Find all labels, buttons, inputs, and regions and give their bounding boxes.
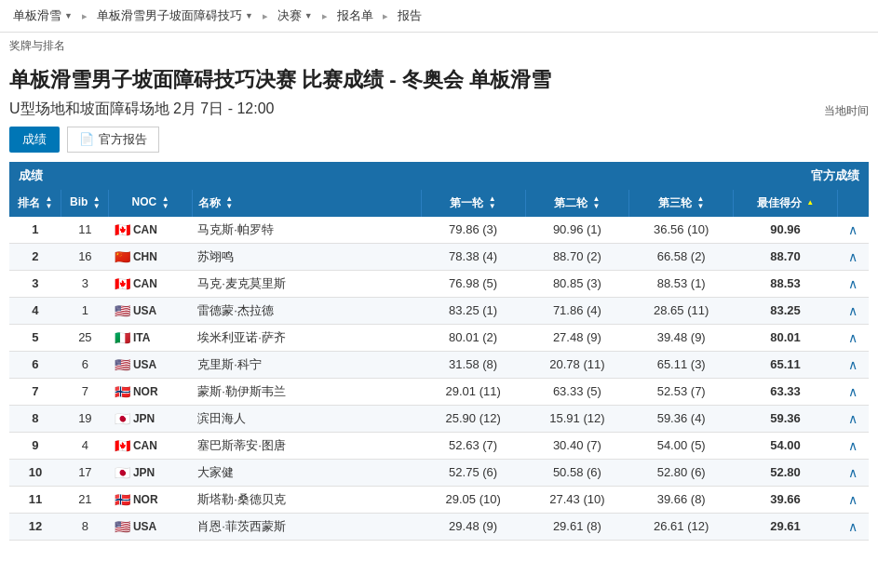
results-bar-label: 成绩	[19, 167, 43, 184]
cell-expand[interactable]: ∧	[837, 378, 869, 405]
cell-rank: 9	[9, 432, 61, 459]
col-name[interactable]: 名称 ▲▼	[192, 190, 421, 217]
col-bib[interactable]: Bib ▲▼	[61, 190, 109, 217]
cell-expand[interactable]: ∧	[837, 432, 869, 459]
table-row: 1121🇳🇴NOR斯塔勒·桑德贝克29.05 (10)27.43 (10)39.…	[9, 486, 869, 513]
expand-button[interactable]: ∧	[848, 384, 858, 399]
expand-button[interactable]: ∧	[848, 519, 858, 534]
nav-sep-3: ▸	[322, 10, 328, 22]
subtitle-row: U型场地和坡面障碍场地 2月 7日 - 12:00 当地时间	[0, 98, 878, 127]
expand-button[interactable]: ∧	[848, 330, 858, 345]
top-nav: 单板滑雪 ▼ ▸ 单板滑雪男子坡面障碍技巧 ▼ ▸ 决赛 ▼ ▸ 报名单 ▸ 报…	[0, 0, 878, 33]
noc-text: JPN	[133, 412, 155, 425]
cell-expand[interactable]: ∧	[837, 459, 869, 486]
cell-r2: 27.43 (10)	[525, 486, 629, 513]
col-best[interactable]: 最佳得分 ▲	[734, 190, 838, 217]
cell-r3: 39.48 (9)	[629, 324, 734, 351]
col-rank-label: 排名	[18, 196, 40, 209]
table-row: 41🇺🇸USA雷德蒙·杰拉德83.25 (1)71.86 (4)28.65 (1…	[9, 297, 869, 324]
cell-best: 63.33	[734, 378, 838, 405]
r1-sort: ▲▼	[489, 195, 496, 210]
noc-text: CAN	[133, 277, 157, 290]
col-noc[interactable]: NOC ▲▼	[109, 190, 192, 217]
col-r1[interactable]: 第一轮 ▲▼	[421, 190, 525, 217]
expand-button[interactable]: ∧	[848, 303, 858, 318]
flag-icon: 🇨🇦	[115, 438, 130, 453]
cell-best: 80.01	[734, 324, 838, 351]
flag-icon: 🇺🇸	[115, 303, 130, 318]
col-best-label: 最佳得分	[757, 196, 802, 209]
cell-r2: 50.58 (6)	[525, 459, 629, 486]
col-rank[interactable]: 排名 ▲▼	[9, 190, 61, 217]
table-row: 525🇮🇹ITA埃米利亚诺·萨齐80.01 (2)27.48 (9)39.48 …	[9, 324, 869, 351]
col-r3[interactable]: 第三轮 ▲▼	[629, 190, 734, 217]
table-row: 216🇨🇳CHN苏翊鸣78.38 (4)88.70 (2)66.58 (2)88…	[9, 243, 869, 270]
cell-expand[interactable]: ∧	[837, 270, 869, 297]
cell-rank: 6	[9, 351, 61, 378]
table-row: 128🇺🇸USA肖恩·菲茨西蒙斯29.48 (9)29.61 (8)26.61 …	[9, 513, 869, 540]
nav-entries-label: 报名单	[337, 7, 373, 24]
flag-icon: 🇳🇴	[115, 492, 130, 507]
expand-button[interactable]: ∧	[848, 222, 858, 237]
cell-best: 83.25	[734, 297, 838, 324]
cell-r1: 83.25 (1)	[421, 297, 525, 324]
noc-text: NOR	[133, 385, 158, 398]
nav-final[interactable]: 决赛 ▼	[274, 6, 317, 26]
cell-noc: 🇯🇵JPN	[109, 459, 192, 486]
nav-event[interactable]: 单板滑雪男子坡面障碍技巧 ▼	[93, 6, 257, 26]
cell-r2: 20.78 (11)	[525, 351, 629, 378]
cell-expand[interactable]: ∧	[837, 513, 869, 540]
table-row: 66🇺🇸USA克里斯·科宁31.58 (8)20.78 (11)65.11 (3…	[9, 351, 869, 378]
expand-button[interactable]: ∧	[848, 465, 858, 480]
cell-name: 塞巴斯蒂安·图唐	[192, 432, 421, 459]
table-row: 111🇨🇦CAN马克斯·帕罗特79.86 (3)90.96 (1)36.56 (…	[9, 217, 869, 244]
expand-button[interactable]: ∧	[848, 438, 858, 453]
cell-expand[interactable]: ∧	[837, 405, 869, 432]
cell-bib: 19	[61, 405, 109, 432]
cell-r3: 26.61 (12)	[629, 513, 734, 540]
cell-rank: 2	[9, 243, 61, 270]
nav-snowboard-label: 单板滑雪	[13, 7, 61, 24]
cell-r1: 52.63 (7)	[421, 432, 525, 459]
cell-expand[interactable]: ∧	[837, 297, 869, 324]
col-noc-label: NOC	[132, 195, 157, 208]
expand-button[interactable]: ∧	[848, 276, 858, 291]
cell-expand[interactable]: ∧	[837, 324, 869, 351]
name-sort: ▲▼	[225, 195, 233, 210]
expand-button[interactable]: ∧	[848, 492, 858, 507]
cell-r3: 54.00 (5)	[629, 432, 734, 459]
col-r1-label: 第一轮	[450, 196, 483, 209]
table-row: 77🇳🇴NOR蒙斯·勒伊斯韦兰29.01 (11)63.33 (5)52.53 …	[9, 378, 869, 405]
cell-noc: 🇺🇸USA	[109, 351, 192, 378]
cell-r3: 66.58 (2)	[629, 243, 734, 270]
noc-text: USA	[133, 358, 156, 371]
table-row: 819🇯🇵JPN滨田海人25.90 (12)15.91 (12)59.36 (4…	[9, 405, 869, 432]
cell-rank: 10	[9, 459, 61, 486]
tab-official-report-label: 官方报告	[99, 131, 147, 148]
col-r2[interactable]: 第二轮 ▲▼	[525, 190, 629, 217]
expand-button[interactable]: ∧	[848, 411, 858, 426]
nav-entries[interactable]: 报名单	[333, 6, 377, 26]
nav-report[interactable]: 报告	[394, 6, 425, 26]
cell-expand[interactable]: ∧	[837, 243, 869, 270]
cell-bib: 4	[61, 432, 109, 459]
flag-icon: 🇯🇵	[115, 411, 130, 426]
results-body: 111🇨🇦CAN马克斯·帕罗特79.86 (3)90.96 (1)36.56 (…	[9, 217, 869, 541]
cell-noc: 🇨🇦CAN	[109, 270, 192, 297]
results-bar: 成绩 官方成绩	[9, 162, 869, 190]
cell-r1: 52.75 (6)	[421, 459, 525, 486]
expand-button[interactable]: ∧	[848, 249, 858, 264]
noc-text: CAN	[133, 223, 157, 236]
nav-report-label: 报告	[398, 7, 422, 24]
tab-official-report[interactable]: 📄 官方报告	[67, 127, 159, 153]
cell-expand[interactable]: ∧	[837, 486, 869, 513]
expand-button[interactable]: ∧	[848, 357, 858, 372]
cell-expand[interactable]: ∧	[837, 217, 869, 244]
nav-snowboard[interactable]: 单板滑雪 ▼	[9, 6, 76, 26]
cell-bib: 25	[61, 324, 109, 351]
tab-results[interactable]: 成绩	[9, 127, 60, 153]
flag-icon: 🇺🇸	[115, 357, 130, 372]
cell-r1: 80.01 (2)	[421, 324, 525, 351]
cell-expand[interactable]: ∧	[837, 351, 869, 378]
cell-r1: 78.38 (4)	[421, 243, 525, 270]
